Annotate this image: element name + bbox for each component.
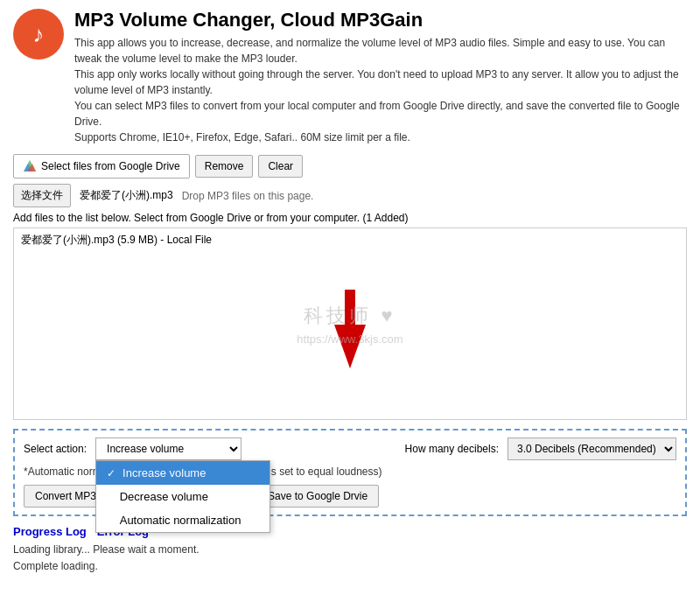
progress-log: Loading library... Please wait a moment.…: [13, 542, 687, 575]
header-area: ♪ MP3 Volume Changer, Cloud MP3Gain This…: [13, 9, 687, 145]
file-select-row: 选择文件 爱都爱了(小洲).mp3 Drop MP3 files on this…: [13, 184, 687, 207]
log-line-1: Loading library... Please wait a moment.: [13, 542, 687, 558]
action-row1: Select action: Increase volume Decrease …: [24, 438, 676, 460]
app-desc-4: Supports Chrome, IE10+, Firefox, Edge, S…: [74, 130, 687, 145]
app-desc-2: This app only works locally without goin…: [74, 66, 687, 98]
select-action-label: Select action:: [24, 443, 87, 455]
checkmark-placeholder: [107, 491, 113, 503]
decibels-select[interactable]: 3.0 Decibels (Recommended) 1.0 Decibels …: [508, 438, 676, 460]
option-normalize-label: Automatic normalization: [120, 514, 242, 527]
select-file-button[interactable]: 选择文件: [13, 184, 71, 207]
info-bar: Add files to the list below. Select from…: [13, 212, 687, 224]
header-text: MP3 Volume Changer, Cloud MP3Gain This a…: [74, 9, 687, 145]
remove-button[interactable]: Remove: [195, 155, 254, 178]
action-dropdown-menu: ✓ Increase volume Decrease volume Automa…: [95, 460, 270, 533]
option-increase-label: Increase volume: [122, 466, 206, 480]
dropdown-item-increase[interactable]: ✓ Increase volume: [96, 461, 270, 485]
drop-label: Drop MP3 files on this page.: [182, 190, 314, 202]
clear-button[interactable]: Clear: [258, 155, 303, 178]
controls-row: Select files from Google Drive Remove Cl…: [13, 154, 687, 178]
google-drive-label: Select files from Google Drive: [41, 160, 180, 172]
music-icon: ♪: [33, 21, 45, 48]
progress-log-tab[interactable]: Progress Log: [13, 525, 87, 538]
action-select[interactable]: Increase volume Decrease volume Automati…: [95, 438, 242, 460]
action-dropdown-wrapper[interactable]: Increase volume Decrease volume Automati…: [95, 438, 242, 460]
app-desc-3: You can select MP3 files to convert from…: [74, 98, 687, 130]
save-gdrive-button[interactable]: Save to Google Drvie: [256, 485, 379, 508]
checkmark-placeholder2: [107, 514, 113, 527]
gdrive-icon: [23, 159, 37, 173]
arrow-shaft: [345, 290, 355, 329]
checkmark-icon: ✓: [107, 467, 116, 480]
decibels-label: How many decibels:: [405, 443, 499, 455]
google-drive-button[interactable]: Select files from Google Drive: [13, 154, 190, 178]
log-line-2: Complete loading.: [13, 558, 687, 575]
arrow-head: [334, 325, 366, 368]
action-area: Select action: Increase volume Decrease …: [13, 429, 687, 516]
app-title: MP3 Volume Changer, Cloud MP3Gain: [74, 9, 687, 32]
file-entry: 爱都爱了(小洲).mp3 (5.9 MB) - Local File: [21, 233, 679, 248]
option-decrease-label: Decrease volume: [120, 490, 208, 503]
file-list-area: 爱都爱了(小洲).mp3 (5.9 MB) - Local File 科技师 ♥…: [13, 228, 687, 420]
dropdown-item-normalize[interactable]: Automatic normalization: [96, 508, 270, 532]
dropdown-item-decrease[interactable]: Decrease volume: [96, 485, 270, 508]
selected-file-name: 爱都爱了(小洲).mp3: [80, 188, 173, 203]
app-icon: ♪: [13, 9, 64, 60]
app-desc-1: This app allows you to increase, decreas…: [74, 35, 687, 66]
